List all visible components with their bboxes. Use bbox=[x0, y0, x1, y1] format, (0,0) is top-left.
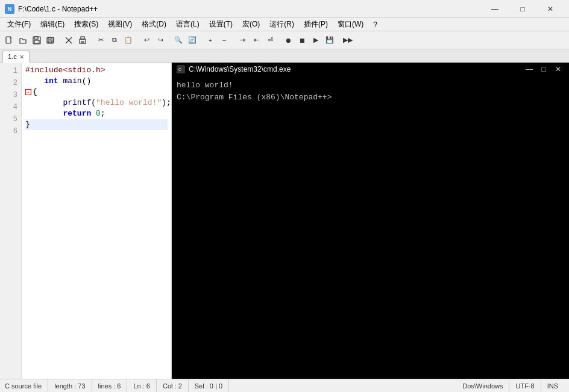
close-button[interactable] bbox=[62, 34, 75, 47]
menu-macro[interactable]: 宏(O) bbox=[237, 18, 265, 31]
unindent-button[interactable]: ⇤ bbox=[250, 34, 263, 47]
copy-button[interactable]: ⧉ bbox=[108, 34, 121, 47]
new-button[interactable] bbox=[2, 34, 16, 47]
menu-settings[interactable]: 设置(T) bbox=[204, 18, 237, 31]
toolbar-sep-8 bbox=[337, 34, 341, 47]
svg-text:C: C bbox=[178, 67, 181, 72]
macro-play-button[interactable]: ▶ bbox=[309, 34, 322, 47]
undo-button[interactable]: ↩ bbox=[140, 34, 153, 47]
title-bar: N F:\Code\1.c - Notepad++ — □ ✕ bbox=[0, 0, 569, 18]
cmd-close[interactable]: ✕ bbox=[552, 65, 564, 73]
close-button[interactable]: ✕ bbox=[536, 0, 564, 18]
code-editor[interactable]: 1 2 3 4 5 6 #include<stdio.h> int main()… bbox=[0, 63, 172, 379]
svg-rect-0 bbox=[6, 37, 11, 43]
status-bar: C source file length : 73 lines : 6 Ln :… bbox=[0, 379, 569, 392]
run-button[interactable]: ▶▶ bbox=[341, 34, 354, 47]
cmd-minimize[interactable]: — bbox=[523, 65, 535, 73]
menu-window[interactable]: 窗口(W) bbox=[333, 18, 368, 31]
find-replace-button[interactable]: 🔄 bbox=[186, 34, 199, 47]
cmd-maximize[interactable]: □ bbox=[538, 65, 550, 73]
find-button[interactable]: 🔍 bbox=[172, 34, 185, 47]
status-col: Col : 2 bbox=[157, 379, 189, 392]
window-controls: — □ ✕ bbox=[481, 0, 564, 18]
zoom-in-button[interactable]: + bbox=[204, 34, 217, 47]
code-line-5: return 0; bbox=[25, 108, 168, 119]
toolbar-sep-1 bbox=[58, 34, 61, 47]
cmd-window-controls: — □ ✕ bbox=[523, 65, 564, 73]
cmd-body: hello world! C:\Program Files (x86)\Note… bbox=[172, 76, 569, 379]
status-lines: lines : 6 bbox=[92, 379, 128, 392]
paste-button[interactable]: 📋 bbox=[122, 34, 135, 47]
line-num-1: 1 bbox=[0, 65, 21, 77]
maximize-button[interactable]: □ bbox=[509, 0, 536, 18]
cmd-title-text: C:\Windows\System32\cmd.exe bbox=[189, 65, 520, 73]
line-num-5: 5 bbox=[0, 113, 21, 125]
code-line-4: printf("hello world!"); bbox=[25, 98, 168, 108]
svg-rect-2 bbox=[34, 37, 38, 39]
macro-save-button[interactable]: 💾 bbox=[323, 34, 336, 47]
status-encoding: UTF-8 bbox=[509, 379, 541, 392]
toolbar-sep-2 bbox=[90, 34, 93, 47]
open-button[interactable] bbox=[16, 34, 30, 47]
cut-button[interactable]: ✂ bbox=[94, 34, 107, 47]
svg-rect-11 bbox=[81, 37, 84, 39]
status-mode: INS bbox=[541, 379, 564, 392]
svg-rect-5 bbox=[48, 37, 51, 39]
menu-edit[interactable]: 编辑(E) bbox=[36, 18, 69, 31]
line-num-3: 3 bbox=[0, 89, 21, 101]
wordwrap-button[interactable]: ⏎ bbox=[263, 34, 277, 47]
tab-label: 1.c bbox=[8, 53, 17, 60]
status-eol: Dos\Windows bbox=[456, 379, 509, 392]
toolbar-sep-6 bbox=[231, 34, 235, 47]
status-ln: Ln : 6 bbox=[127, 379, 157, 392]
cmd-prompt: C:\Program Files (x86)\Notepad++> bbox=[177, 92, 564, 104]
toolbar-sep-3 bbox=[136, 34, 139, 47]
menu-bar: 文件(F) 编辑(E) 搜索(S) 视图(V) 格式(D) 语言(L) 设置(T… bbox=[0, 18, 569, 31]
print-button[interactable] bbox=[76, 34, 89, 47]
status-length: length : 73 bbox=[48, 379, 92, 392]
menu-search[interactable]: 搜索(S) bbox=[69, 18, 103, 31]
menu-plugins[interactable]: 插件(P) bbox=[299, 18, 333, 31]
code-line-1: #include<stdio.h> bbox=[25, 65, 168, 76]
indent-button[interactable]: ⇥ bbox=[236, 34, 249, 47]
main-area: 1 2 3 4 5 6 #include<stdio.h> int main()… bbox=[0, 63, 569, 379]
code-line-6: } bbox=[25, 119, 168, 130]
toolbar: ✂ ⧉ 📋 ↩ ↪ 🔍 🔄 + − ⇥ ⇤ ⏎ ⏺ ⏹ ▶ 💾 ▶▶ bbox=[0, 31, 569, 49]
zoom-out-button[interactable]: − bbox=[218, 34, 231, 47]
code-line-2: int main() bbox=[25, 76, 168, 87]
toolbar-sep-7 bbox=[277, 34, 281, 47]
line-num-6: 6 bbox=[0, 125, 21, 137]
cmd-icon: C bbox=[177, 65, 185, 73]
menu-language[interactable]: 语言(L) bbox=[171, 18, 204, 31]
line-num-4: 4 bbox=[0, 101, 21, 113]
menu-help[interactable]: ? bbox=[368, 19, 382, 30]
window-title: F:\Code\1.c - Notepad++ bbox=[18, 5, 481, 13]
cmd-output-1: hello world! bbox=[177, 79, 564, 92]
svg-rect-6 bbox=[48, 41, 52, 43]
code-text-area[interactable]: #include<stdio.h> int main() -{ printf("… bbox=[22, 63, 171, 379]
menu-run[interactable]: 运行(R) bbox=[265, 18, 299, 31]
cmd-window[interactable]: C C:\Windows\System32\cmd.exe — □ ✕ hell… bbox=[172, 63, 569, 379]
tab-close-icon[interactable]: ✕ bbox=[19, 54, 24, 60]
redo-button[interactable]: ↪ bbox=[154, 34, 167, 47]
menu-file[interactable]: 文件(F) bbox=[2, 18, 36, 31]
tab-1c[interactable]: 1.c ✕ bbox=[2, 51, 30, 63]
save-all-button[interactable] bbox=[44, 34, 57, 47]
line-numbers: 1 2 3 4 5 6 bbox=[0, 63, 22, 379]
macro-stop-button[interactable]: ⏹ bbox=[295, 34, 309, 47]
status-sel: Sel : 0 | 0 bbox=[189, 379, 229, 392]
save-button[interactable] bbox=[30, 34, 43, 47]
toolbar-sep-5 bbox=[200, 34, 203, 47]
minimize-button[interactable]: — bbox=[481, 0, 509, 18]
status-file-type: C source file bbox=[5, 379, 48, 392]
menu-format[interactable]: 格式(D) bbox=[137, 18, 171, 31]
fold-marker-icon[interactable]: - bbox=[25, 89, 31, 95]
svg-rect-3 bbox=[34, 40, 39, 43]
tab-bar: 1.c ✕ bbox=[0, 49, 569, 63]
code-line-3: -{ bbox=[25, 87, 168, 98]
macro-rec-button[interactable]: ⏺ bbox=[281, 34, 295, 47]
menu-view[interactable]: 视图(V) bbox=[103, 18, 137, 31]
cmd-title-bar: C C:\Windows\System32\cmd.exe — □ ✕ bbox=[172, 63, 569, 76]
toolbar-sep-4 bbox=[168, 34, 171, 47]
line-num-2: 2 bbox=[0, 77, 21, 89]
